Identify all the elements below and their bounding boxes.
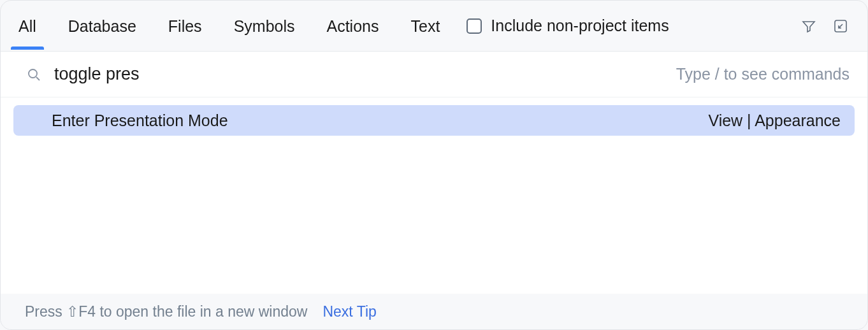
tab-database[interactable]: Database [68,2,136,50]
tab-symbols[interactable]: Symbols [234,2,295,50]
include-non-project-label: Include non-project items [491,17,669,35]
footer-hint-bar: Press ⇧F4 to open the file in a new wind… [1,294,867,329]
result-path: View | Appearance [708,111,841,130]
include-non-project-checkbox[interactable]: Include non-project items [467,17,669,35]
search-icon [26,67,41,82]
search-hint: Type / to see commands [676,65,850,83]
footer-hint: Press ⇧F4 to open the file in a new wind… [25,303,307,320]
tab-files[interactable]: Files [168,2,202,50]
result-label: Enter Presentation Mode [52,111,228,130]
svg-point-1 [29,69,37,78]
shortcut-key: ⇧F4 [66,303,96,320]
next-tip-link[interactable]: Next Tip [322,303,376,320]
search-row: Type / to see commands [1,52,867,97]
results-list: Enter Presentation Mode View | Appearanc… [1,97,867,294]
filter-icon[interactable] [800,17,818,35]
svg-line-2 [36,77,40,80]
result-row[interactable]: Enter Presentation Mode View | Appearanc… [13,105,855,136]
tab-all[interactable]: All [18,2,36,50]
checkbox-box-icon [467,18,482,34]
search-input[interactable] [54,64,663,84]
tab-actions[interactable]: Actions [327,2,379,50]
open-in-window-icon[interactable] [832,17,850,35]
tab-bar: All Database Files Symbols Actions Text … [1,1,867,52]
tab-text[interactable]: Text [410,2,440,50]
tabs: All Database Files Symbols Actions Text [18,2,440,50]
